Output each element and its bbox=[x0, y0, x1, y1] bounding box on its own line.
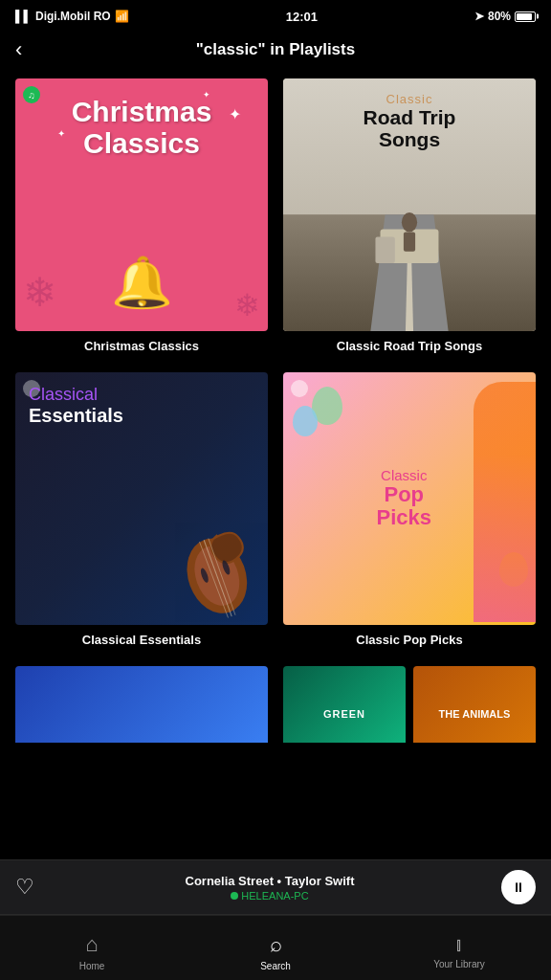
roadtrip-title: Road TripSongs bbox=[283, 106, 536, 150]
status-right-group: ➤ 80% bbox=[474, 10, 536, 23]
partial-covers-right: GREEN THE ANIMALS bbox=[283, 666, 536, 743]
artist-name: Taylor Swift bbox=[285, 874, 355, 888]
bottom-navigation: ⌂ Home ⌕ Search ⫿ Your Library bbox=[0, 915, 551, 980]
search-header: ‹ "classic" in Playlists bbox=[0, 31, 551, 73]
now-playing-bar: ♡ Cornelia Street • Taylor Swift HELEANA… bbox=[0, 859, 551, 915]
now-playing-info: Cornelia Street • Taylor Swift HELEANA-P… bbox=[48, 874, 492, 902]
playlist-cover-classical: Classical Essentials bbox=[15, 372, 268, 625]
spotify-badge-poppicks bbox=[291, 380, 308, 397]
playlist-item-christmas[interactable]: ♫ ❄ ❄ 🔔 ✦ ✦ ✦ ChristmasClassics Christma… bbox=[15, 78, 268, 353]
nav-label-home: Home bbox=[79, 961, 105, 971]
back-button[interactable]: ‹ bbox=[15, 39, 22, 60]
snowflake-right-icon: ❄ bbox=[234, 287, 260, 323]
poppicks-cover-text: Classic PopPicks bbox=[377, 467, 432, 529]
playlist-name-roadtrip: Classic Road Trip Songs bbox=[283, 339, 536, 353]
partial-row: GREEN THE ANIMALS bbox=[0, 647, 551, 743]
partial-cover-animals: THE ANIMALS bbox=[413, 666, 536, 743]
playlist-item-roadtrip[interactable]: Classic Road TripSongs Classic Road Trip… bbox=[283, 78, 536, 353]
signal-icon: ▌▌ bbox=[15, 10, 32, 23]
pause-icon: ⏸ bbox=[512, 880, 525, 895]
device-name: HELEANA-PC bbox=[241, 890, 308, 902]
violin-svg bbox=[134, 481, 268, 625]
figure-shape bbox=[474, 382, 536, 622]
animals-label: THE ANIMALS bbox=[439, 708, 511, 720]
snowflake-left-icon: ❄ bbox=[23, 269, 56, 316]
wifi-icon: 📶 bbox=[115, 10, 129, 23]
playlist-cover-poppicks: Classic PopPicks bbox=[283, 372, 536, 625]
page-title: "classic" in Playlists bbox=[196, 40, 355, 59]
location-icon: ➤ bbox=[474, 10, 484, 23]
nav-item-search[interactable]: ⌕ Search bbox=[184, 916, 367, 980]
library-icon: ⫿ bbox=[455, 935, 464, 955]
partial-cover-green: GREEN bbox=[283, 666, 406, 743]
svg-point-6 bbox=[402, 212, 417, 232]
now-playing-track: Cornelia Street • Taylor Swift bbox=[48, 874, 492, 888]
status-time: 12:01 bbox=[286, 10, 318, 24]
nav-label-search: Search bbox=[260, 961, 291, 971]
bell-icon: 🔔 bbox=[111, 254, 173, 312]
battery-icon bbox=[515, 11, 536, 22]
partial-cover-blue bbox=[15, 666, 268, 743]
separator: • bbox=[277, 874, 285, 888]
poppicks-title: PopPicks bbox=[377, 483, 432, 529]
classical-cover-text: Classical Essentials bbox=[29, 386, 123, 426]
pause-button[interactable]: ⏸ bbox=[501, 870, 536, 904]
playlist-name-classical: Classical Essentials bbox=[15, 633, 268, 647]
battery-percent: 80% bbox=[488, 10, 511, 23]
status-bar: ▌▌ Digi.Mobil RO 📶 12:01 ➤ 80% bbox=[0, 0, 551, 31]
nav-item-library[interactable]: ⫿ Your Library bbox=[367, 916, 551, 980]
playlists-grid: ♫ ❄ ❄ 🔔 ✦ ✦ ✦ ChristmasClassics Christma… bbox=[0, 73, 551, 647]
playlist-name-poppicks: Classic Pop Picks bbox=[283, 633, 536, 647]
carrier-info: ▌▌ Digi.Mobil RO 📶 bbox=[15, 10, 129, 23]
playlist-item-classical[interactable]: Classical Essentials bbox=[15, 372, 268, 647]
carrier-name: Digi.Mobil RO bbox=[35, 10, 111, 23]
search-icon: ⌕ bbox=[270, 932, 282, 957]
balloon-2 bbox=[293, 406, 318, 436]
track-name: Cornelia Street bbox=[186, 874, 274, 888]
christmas-cover-title: ChristmasClassics bbox=[15, 96, 268, 159]
playlist-cover-christmas: ♫ ❄ ❄ 🔔 ✦ ✦ ✦ ChristmasClassics bbox=[15, 78, 268, 331]
classical-label: Classical bbox=[29, 386, 123, 405]
playlist-item-poppicks[interactable]: Classic PopPicks Classic Pop Picks bbox=[283, 372, 536, 647]
nav-item-home[interactable]: ⌂ Home bbox=[0, 916, 184, 980]
svg-rect-7 bbox=[404, 232, 415, 251]
playlist-name-christmas: Christmas Classics bbox=[15, 339, 268, 353]
roadtrip-cover-text: Classic Road TripSongs bbox=[283, 92, 536, 150]
roadtrip-subtitle: Classic bbox=[283, 92, 536, 106]
like-button[interactable]: ♡ bbox=[15, 875, 34, 900]
classical-title: Essentials bbox=[29, 405, 123, 426]
nav-label-library: Your Library bbox=[433, 959, 485, 969]
playlist-cover-roadtrip: Classic Road TripSongs bbox=[283, 78, 536, 331]
poppicks-subtitle: Classic bbox=[377, 467, 432, 483]
home-icon: ⌂ bbox=[85, 932, 98, 957]
device-info: HELEANA-PC bbox=[48, 890, 492, 902]
svg-rect-5 bbox=[375, 237, 394, 263]
device-dot bbox=[231, 892, 238, 900]
